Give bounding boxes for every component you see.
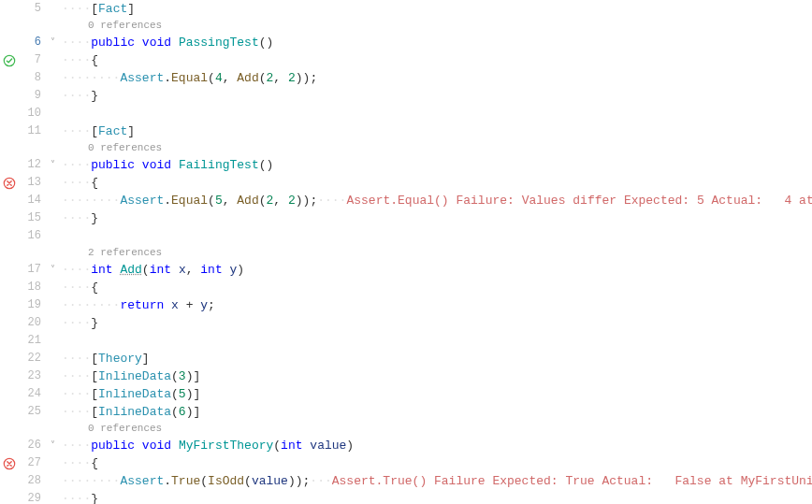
line-number: 29 — [19, 490, 43, 504]
line-number: 16 — [19, 227, 43, 245]
line-number: 27 — [19, 454, 43, 472]
code-line[interactable]: 23 ····[InlineData(3)] — [0, 367, 812, 385]
code-line[interactable]: 25 ····[InlineData(6)] — [0, 403, 812, 421]
line-number: 12 — [19, 156, 43, 174]
code-content: ····[Theory] — [62, 350, 812, 367]
code-line[interactable]: 22 ····[Theory] — [0, 350, 812, 367]
codelens[interactable]: 0 references — [0, 140, 812, 156]
code-content: ········return x + y; — [62, 296, 812, 314]
code-line[interactable]: 21 — [0, 332, 812, 350]
code-line[interactable]: 26 ˅ ····public void MyFirstTheory(int v… — [0, 437, 812, 454]
line-number: 22 — [19, 350, 43, 367]
line-number: 20 — [19, 314, 43, 332]
code-content: ····public void PassingTest() — [62, 34, 812, 51]
code-content: ····public void FailingTest() — [62, 156, 812, 174]
test-fail-icon[interactable] — [0, 177, 19, 190]
code-content: ····[InlineData(6)] — [62, 403, 812, 421]
line-number: 28 — [19, 472, 43, 490]
line-number: 9 — [19, 87, 43, 105]
code-line[interactable]: 5 ····[Fact] — [0, 0, 812, 18]
code-content: ····{ — [62, 51, 812, 69]
line-number: 5 — [19, 0, 43, 18]
codelens[interactable]: 2 references — [0, 245, 812, 261]
code-content: ····{ — [62, 454, 812, 472]
line-number: 6 — [19, 34, 43, 51]
code-content: ········Assert.Equal(4, Add(2, 2)); — [62, 69, 812, 87]
code-content: ····int Add(int x, int y) — [62, 261, 812, 279]
fold-chevron-icon[interactable]: ˅ — [43, 437, 62, 454]
code-content: ····[Fact] — [62, 0, 812, 18]
code-content: ····} — [62, 87, 812, 105]
code-content: ········Assert.True(IsOdd(value));···Ass… — [62, 472, 812, 490]
line-number: 14 — [19, 192, 43, 209]
code-line[interactable]: 6 ˅ ····public void PassingTest() — [0, 34, 812, 51]
code-editor[interactable]: 5 ····[Fact] 0 references 6 ˅ ····public… — [0, 0, 812, 504]
inline-error: Assert.Equal() Failure: Values differ Ex… — [346, 194, 812, 208]
code-line[interactable]: 9 ····} — [0, 87, 812, 105]
code-content: ····{ — [62, 174, 812, 192]
line-number: 25 — [19, 403, 43, 421]
line-number: 18 — [19, 279, 43, 296]
line-number: 13 — [19, 174, 43, 192]
code-content: ····} — [62, 314, 812, 332]
code-line[interactable]: 20 ····} — [0, 314, 812, 332]
code-line[interactable]: 17 ˅ ····int Add(int x, int y) — [0, 261, 812, 279]
line-number: 10 — [19, 105, 43, 122]
code-line[interactable]: 28 ········Assert.True(IsOdd(value));···… — [0, 472, 812, 490]
line-number: 8 — [19, 69, 43, 87]
line-number: 11 — [19, 122, 43, 140]
code-line[interactable]: 18 ····{ — [0, 279, 812, 296]
code-line[interactable]: 11 ····[Fact] — [0, 122, 812, 140]
test-fail-icon[interactable] — [0, 457, 19, 470]
test-pass-icon[interactable] — [0, 54, 19, 67]
line-number: 17 — [19, 261, 43, 279]
line-number: 21 — [19, 332, 43, 350]
line-number: 26 — [19, 437, 43, 454]
code-line[interactable]: 15 ····} — [0, 209, 812, 227]
code-line[interactable]: 10 — [0, 105, 812, 122]
code-line[interactable]: 27 ····{ — [0, 454, 812, 472]
codelens[interactable]: 0 references — [0, 421, 812, 437]
code-content: ····[Fact] — [62, 122, 812, 140]
code-line[interactable]: 19 ········return x + y; — [0, 296, 812, 314]
codelens[interactable]: 0 references — [0, 18, 812, 34]
line-number: 7 — [19, 51, 43, 69]
code-line[interactable]: 12 ˅ ····public void FailingTest() — [0, 156, 812, 174]
code-content: ····} — [62, 209, 812, 227]
code-line[interactable]: 14 ········Assert.Equal(5, Add(2, 2));··… — [0, 192, 812, 209]
line-number: 15 — [19, 209, 43, 227]
code-content: ····[InlineData(3)] — [62, 367, 812, 385]
code-line[interactable]: 13 ····{ — [0, 174, 812, 192]
code-line[interactable]: 16 — [0, 227, 812, 245]
code-content: ····{ — [62, 279, 812, 296]
line-number: 23 — [19, 367, 43, 385]
code-content: ····public void MyFirstTheory(int value) — [62, 437, 812, 454]
code-line[interactable]: 7 ····{ — [0, 51, 812, 69]
code-line[interactable]: 29 ····} — [0, 490, 812, 504]
code-content: ····} — [62, 490, 812, 504]
inline-error: Assert.True() Failure Expected: True Act… — [332, 474, 812, 488]
code-content: ····[InlineData(5)] — [62, 385, 812, 403]
line-number: 19 — [19, 296, 43, 314]
line-number: 24 — [19, 385, 43, 403]
code-content: ········Assert.Equal(5, Add(2, 2));····A… — [62, 192, 812, 209]
fold-chevron-icon[interactable]: ˅ — [43, 156, 62, 174]
code-line[interactable]: 24 ····[InlineData(5)] — [0, 385, 812, 403]
code-line[interactable]: 8 ········Assert.Equal(4, Add(2, 2)); — [0, 69, 812, 87]
fold-chevron-icon[interactable]: ˅ — [43, 261, 62, 279]
fold-chevron-icon[interactable]: ˅ — [43, 34, 62, 51]
